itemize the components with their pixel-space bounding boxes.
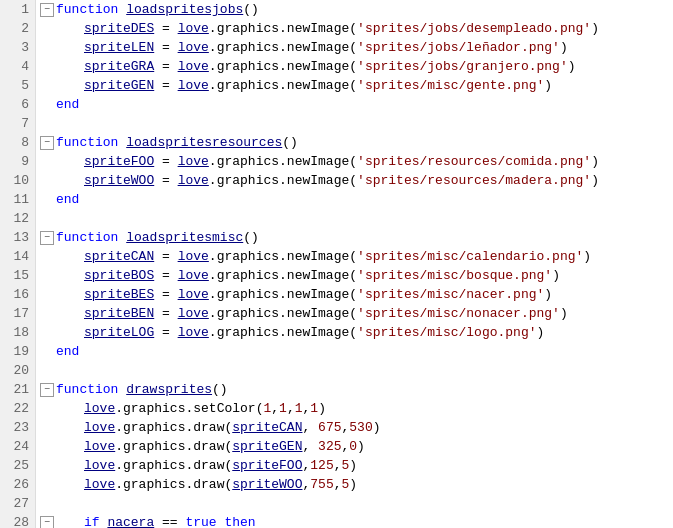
line-num-20: 20 <box>6 361 29 380</box>
line-num-16: 16 <box>6 285 29 304</box>
token-23-0: love <box>84 418 115 437</box>
token-2-5: ) <box>591 19 599 38</box>
token-4-3: .graphics.newImage( <box>209 57 357 76</box>
token-3-4: 'sprites/jobs/leñador.png' <box>357 38 560 57</box>
line-num-17: 17 <box>6 304 29 323</box>
token-23-5: , <box>341 418 349 437</box>
token-16-5: ) <box>544 285 552 304</box>
token-14-1: = <box>154 247 177 266</box>
token-3-1: = <box>154 38 177 57</box>
token-22-9: ) <box>318 399 326 418</box>
token-2-2: love <box>178 19 209 38</box>
token-22-8: 1 <box>310 399 318 418</box>
line-num-23: 23 <box>6 418 29 437</box>
indent-18 <box>56 323 84 342</box>
fold-icon-28[interactable]: − <box>40 516 54 529</box>
line-num-18: 18 <box>6 323 29 342</box>
token-10-3: .graphics.newImage( <box>209 171 357 190</box>
token-17-1: = <box>154 304 177 323</box>
token-14-2: love <box>178 247 209 266</box>
token-25-7: ) <box>349 456 357 475</box>
code-editor: 1234567891011121314151617181920212223242… <box>0 0 673 528</box>
token-24-6: 0 <box>349 437 357 456</box>
indent-22 <box>56 399 84 418</box>
token-13-1: loadspritesmisc <box>126 228 243 247</box>
token-9-4: 'sprites/resources/comida.png' <box>357 152 591 171</box>
token-18-2: love <box>178 323 209 342</box>
token-13-2: () <box>243 228 259 247</box>
token-17-5: ) <box>560 304 568 323</box>
token-26-5: , <box>334 475 342 494</box>
token-18-0: spriteLOG <box>84 323 154 342</box>
fold-icon-21[interactable]: − <box>40 383 54 397</box>
line-num-10: 10 <box>6 171 29 190</box>
token-15-2: love <box>178 266 209 285</box>
token-8-2: () <box>282 133 298 152</box>
token-23-3: , <box>302 418 318 437</box>
token-26-3: , <box>302 475 310 494</box>
token-25-2: spriteFOO <box>232 456 302 475</box>
line-num-6: 6 <box>6 95 29 114</box>
code-area[interactable]: −function loadspritesjobs() spriteDES = … <box>36 0 673 528</box>
line-num-4: 4 <box>6 57 29 76</box>
token-15-4: 'sprites/misc/bosque.png' <box>357 266 552 285</box>
code-line-15: spriteBOS = love.graphics.newImage('spri… <box>40 266 673 285</box>
code-line-22: love.graphics.setColor(1,1,1,1) <box>40 399 673 418</box>
token-22-3: , <box>271 399 279 418</box>
token-15-3: .graphics.newImage( <box>209 266 357 285</box>
line-num-12: 12 <box>6 209 29 228</box>
indent-15 <box>56 266 84 285</box>
token-22-2: 1 <box>263 399 271 418</box>
fold-icon-13[interactable]: − <box>40 231 54 245</box>
token-4-2: love <box>178 57 209 76</box>
code-line-9: spriteFOO = love.graphics.newImage('spri… <box>40 152 673 171</box>
token-26-2: spriteWOO <box>232 475 302 494</box>
token-28-5: then <box>224 513 255 528</box>
line-num-25: 25 <box>6 456 29 475</box>
token-25-6: 5 <box>342 456 350 475</box>
code-line-4: spriteGRA = love.graphics.newImage('spri… <box>40 57 673 76</box>
token-16-3: .graphics.newImage( <box>209 285 357 304</box>
token-9-1: = <box>154 152 177 171</box>
code-line-27 <box>40 494 673 513</box>
token-13-0: function <box>56 228 126 247</box>
code-line-26: love.graphics.draw(spriteWOO,755,5) <box>40 475 673 494</box>
token-5-3: .graphics.newImage( <box>209 76 357 95</box>
token-17-3: .graphics.newImage( <box>209 304 357 323</box>
token-23-1: .graphics.draw( <box>115 418 232 437</box>
token-16-2: love <box>178 285 209 304</box>
indent-24 <box>56 437 84 456</box>
token-2-0: spriteDES <box>84 19 154 38</box>
token-3-0: spriteLEN <box>84 38 154 57</box>
token-10-1: = <box>154 171 177 190</box>
token-28-3: true <box>185 513 216 528</box>
token-26-1: .graphics.draw( <box>115 475 232 494</box>
line-num-27: 27 <box>6 494 29 513</box>
token-21-0: function <box>56 380 126 399</box>
token-5-1: = <box>154 76 177 95</box>
code-line-11: end <box>40 190 673 209</box>
token-19-0: end <box>56 342 79 361</box>
indent-10 <box>56 171 84 190</box>
token-25-0: love <box>84 456 115 475</box>
token-5-4: 'sprites/misc/gente.png' <box>357 76 544 95</box>
fold-icon-8[interactable]: − <box>40 136 54 150</box>
token-9-2: love <box>178 152 209 171</box>
code-line-21: −function drawsprites() <box>40 380 673 399</box>
code-line-19: end <box>40 342 673 361</box>
token-23-2: spriteCAN <box>232 418 302 437</box>
token-25-1: .graphics.draw( <box>115 456 232 475</box>
token-24-7: ) <box>357 437 365 456</box>
token-9-5: ) <box>591 152 599 171</box>
line-num-3: 3 <box>6 38 29 57</box>
token-28-0: if <box>84 513 107 528</box>
fold-icon-1[interactable]: − <box>40 3 54 17</box>
token-10-2: love <box>178 171 209 190</box>
line-num-21: 21 <box>6 380 29 399</box>
code-line-24: love.graphics.draw(spriteGEN, 325,0) <box>40 437 673 456</box>
line-num-8: 8 <box>6 133 29 152</box>
indent-16 <box>56 285 84 304</box>
indent-14 <box>56 247 84 266</box>
code-line-17: spriteBEN = love.graphics.newImage('spri… <box>40 304 673 323</box>
token-10-0: spriteWOO <box>84 171 154 190</box>
